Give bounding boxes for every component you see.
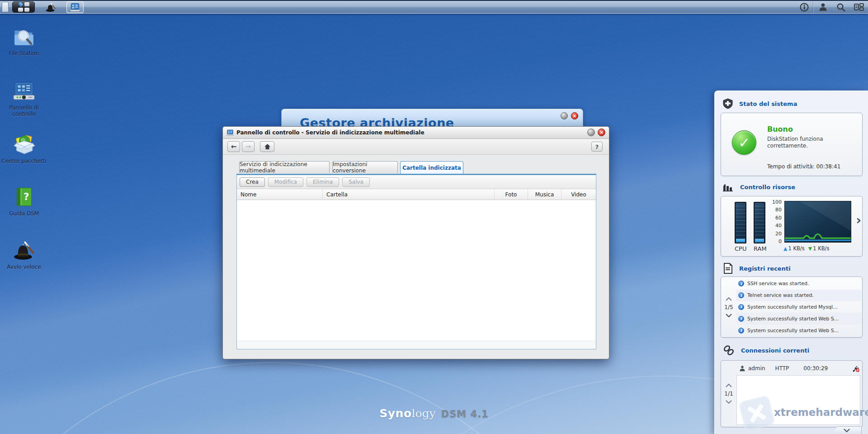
tab-conversion-settings[interactable]: Impostazioni conversione — [332, 161, 398, 173]
system-widget-panel: Stato del sistema ✓ Buono DiskStation fu… — [714, 91, 868, 434]
minimize-button[interactable] — [587, 129, 595, 136]
expand-resource-monitor-chevron[interactable]: › — [856, 213, 861, 228]
taskbar — [0, 0, 868, 14]
tab-bar: Servizio di indicizzazione multimediale … — [236, 161, 596, 174]
connections-panel: 1/1 admin HTTP 00:30:29 — [721, 360, 863, 427]
page-up-icon[interactable] — [726, 297, 732, 301]
desktop-icon-label: Pannello di controllo — [0, 105, 48, 117]
brand-light: logy — [412, 407, 436, 420]
section-title: Connessioni correnti — [741, 347, 809, 354]
info-icon: i — [738, 292, 744, 298]
window-storage-manager[interactable]: Gestore archiviazione × — [281, 109, 583, 128]
home-button[interactable] — [260, 141, 274, 152]
desktop-icon-label: File Station — [9, 50, 39, 57]
close-button[interactable]: × — [571, 112, 578, 119]
section-header-resource-monitor: Controllo risorse — [723, 182, 795, 191]
section-header-recent-logs: Registri recenti — [723, 263, 791, 274]
tab-indexed-folder[interactable]: Cartella indicizzata — [400, 161, 463, 174]
pilot-view-button[interactable] — [850, 1, 868, 13]
taskbar-item-quick-start[interactable] — [42, 1, 59, 13]
column-header-video[interactable]: Video — [561, 189, 596, 200]
network-chart-y-axis: 100 80 60 40 20 0 — [768, 199, 782, 244]
connections-pager: 1/1 — [721, 361, 736, 427]
desktop-icon-file-station[interactable]: File Station — [0, 25, 48, 57]
desktop-icon-dsm-help[interactable]: ? Guida DSM — [0, 186, 48, 217]
indexed-folder-table: Crea Modifica Elimina Salva Nome Cartell… — [236, 175, 596, 349]
ram-label: RAM — [754, 245, 765, 252]
help-button[interactable]: ? — [591, 142, 603, 152]
uptime-value: 00:38:41 — [816, 163, 840, 170]
dsm-help-icon: ? — [13, 186, 35, 208]
desktop-icon-quick-start[interactable]: Avvio veloce — [0, 239, 48, 270]
connection-row: admin HTTP 00:30:29 — [739, 363, 859, 373]
main-menu-button[interactable] — [12, 1, 35, 13]
create-button[interactable]: Crea — [240, 177, 265, 187]
system-health-panel: ✓ Buono DiskStation funziona correttamen… — [721, 113, 863, 176]
connections-page-indicator: 1/1 — [724, 391, 733, 397]
control-panel-icon — [70, 2, 80, 12]
upload-speed: 1 KB/s — [788, 245, 804, 252]
file-station-icon — [13, 25, 35, 48]
control-panel-icon — [226, 129, 234, 136]
widget-collapse-tab[interactable] — [832, 426, 862, 434]
page-up-icon[interactable] — [726, 384, 732, 387]
desktop-icon-control-panel[interactable]: Pannello di controllo — [0, 80, 48, 117]
logs-pager: 1/5 — [721, 277, 736, 337]
link-icon — [723, 345, 735, 355]
chevron-down-icon — [844, 429, 850, 432]
back-button[interactable]: ← — [227, 141, 240, 152]
page-down-icon[interactable] — [726, 400, 732, 404]
dsm-version: DSM 4.1 — [441, 409, 489, 420]
close-button[interactable]: × — [598, 129, 605, 136]
column-header-folder[interactable]: Cartella — [323, 189, 495, 200]
search-button[interactable] — [832, 1, 850, 13]
table-toolbar: Crea Modifica Elimina Salva — [237, 175, 596, 189]
connection-protocol: HTTP — [775, 365, 789, 372]
show-desktop-button[interactable] — [2, 2, 9, 12]
save-button[interactable]: Salva — [342, 177, 370, 187]
delete-button[interactable]: Elimina — [307, 177, 339, 187]
user-icon — [819, 3, 827, 11]
window-control-panel-media-indexing[interactable]: Pannello di controllo - Servizio di indi… — [222, 126, 609, 359]
disconnect-icon[interactable] — [852, 365, 859, 372]
download-speed: 1 KB/s — [813, 245, 829, 252]
forward-button[interactable]: → — [242, 141, 255, 152]
user-menu-button[interactable] — [814, 1, 832, 13]
table-header-row: Nome Cartella Foto Musica Video — [237, 189, 596, 200]
package-center-icon — [13, 133, 35, 156]
table-body-empty — [237, 200, 596, 341]
log-entry: i Telnet service was started. — [736, 290, 861, 301]
upload-arrow-icon: ▲ — [783, 246, 787, 252]
recent-logs-panel: 1/5 i SSH service was started. i Telnet … — [721, 277, 863, 338]
network-chart — [784, 201, 851, 243]
connection-duration: 00:30:29 — [803, 365, 828, 372]
minimize-button[interactable] — [561, 112, 568, 119]
dialog-nav-toolbar: ← → ? — [223, 139, 609, 155]
section-title: Controllo risorse — [740, 184, 795, 191]
desktop-icon-label: Centro pacchetti — [1, 158, 47, 164]
ram-gauge — [754, 202, 765, 243]
info-icon: i — [738, 304, 744, 310]
brand-bold: Syno — [379, 407, 411, 420]
section-title: Registri recenti — [739, 265, 791, 272]
column-header-music[interactable]: Musica — [528, 189, 561, 200]
user-icon — [739, 365, 745, 372]
status-text: Buono — [767, 125, 793, 134]
search-icon — [836, 3, 845, 12]
dialog-titlebar[interactable]: Pannello di controllo - Servizio di indi… — [223, 127, 609, 139]
page-down-icon[interactable] — [726, 314, 732, 317]
dialog-title: Pannello di controllo - Servizio di indi… — [236, 129, 425, 136]
tab-media-indexing-service[interactable]: Servizio di indicizzazione multimediale — [239, 161, 330, 173]
taskbar-right-group — [813, 1, 868, 13]
desktop-icon-label: Avvio veloce — [7, 264, 41, 270]
taskbar-item-control-panel[interactable] — [66, 1, 84, 13]
pilot-view-icon — [854, 3, 864, 11]
desktop-icon-package-center[interactable]: Centro pacchetti — [0, 133, 48, 164]
column-header-photo[interactable]: Foto — [495, 189, 528, 200]
edit-button[interactable]: Modifica — [268, 177, 303, 187]
resource-monitor-panel[interactable]: CPU RAM 100 80 60 40 20 0 ▲ 1 KB/s ▼ — [721, 196, 863, 257]
column-header-name[interactable]: Nome — [237, 189, 323, 200]
info-icon: i — [738, 281, 744, 286]
cpu-gauge — [735, 202, 746, 243]
system-info-button[interactable] — [795, 1, 813, 13]
